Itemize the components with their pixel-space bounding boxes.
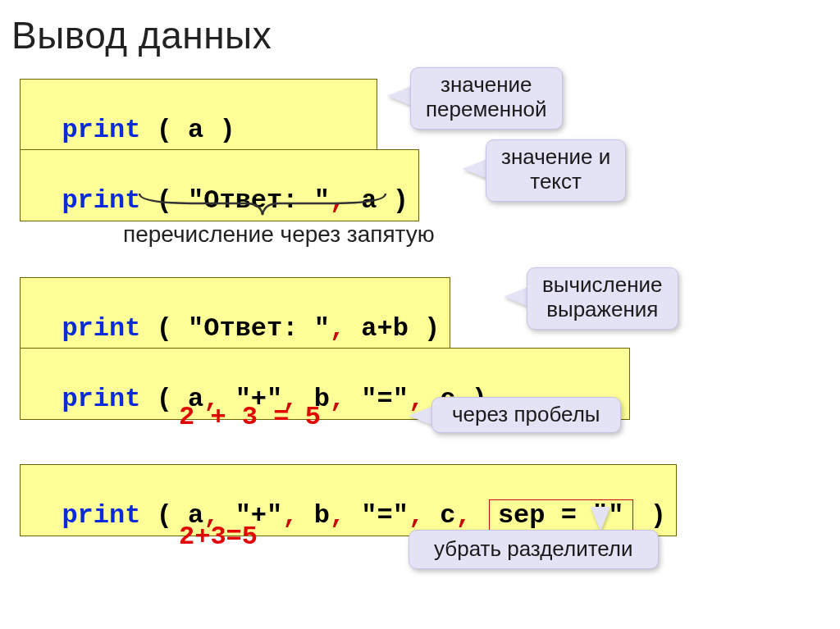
sep-highlight-box: sep = "" xyxy=(489,499,633,531)
callout-2: значение итекст xyxy=(486,139,626,202)
keyword-print: print xyxy=(62,500,140,531)
callout-pointer-3 xyxy=(504,287,528,307)
callout-3: вычислениевыражения xyxy=(527,267,678,330)
callout-1: значениепеременной xyxy=(410,67,563,130)
callout-5: убрать разделители xyxy=(409,530,659,569)
code-punct: ( xyxy=(140,313,188,344)
code-box-5: print ( a, "+", b, "=", c, sep = "" ) xyxy=(20,464,677,536)
code-rest: a+b ) xyxy=(345,313,440,344)
callout-pointer-5 xyxy=(591,507,610,531)
keyword-print: print xyxy=(62,115,140,145)
code-box-3: print ( "Ответ: ", a+b ) xyxy=(20,277,450,349)
callout-pointer-1 xyxy=(387,86,412,106)
keyword-print: print xyxy=(62,384,140,414)
callout-4: через пробелы xyxy=(431,397,621,433)
output-2: 2+3=5 xyxy=(179,522,258,552)
output-1: 2 + 3 = 5 xyxy=(179,402,321,432)
code-box-1: print ( a ) xyxy=(20,79,377,151)
keyword-print: print xyxy=(62,313,140,344)
callout-pointer-2 xyxy=(463,159,487,179)
curly-brace-icon xyxy=(131,190,394,223)
code-rest: ( a ) xyxy=(140,115,235,145)
note-enumeration: перечисление через запятую xyxy=(123,221,435,248)
callout-pointer-4 xyxy=(409,406,433,426)
code-string: "Ответ: " xyxy=(188,313,330,344)
code-comma: , xyxy=(330,313,345,344)
slide-title: Вывод данных xyxy=(11,13,272,57)
keyword-print: print xyxy=(62,185,140,216)
